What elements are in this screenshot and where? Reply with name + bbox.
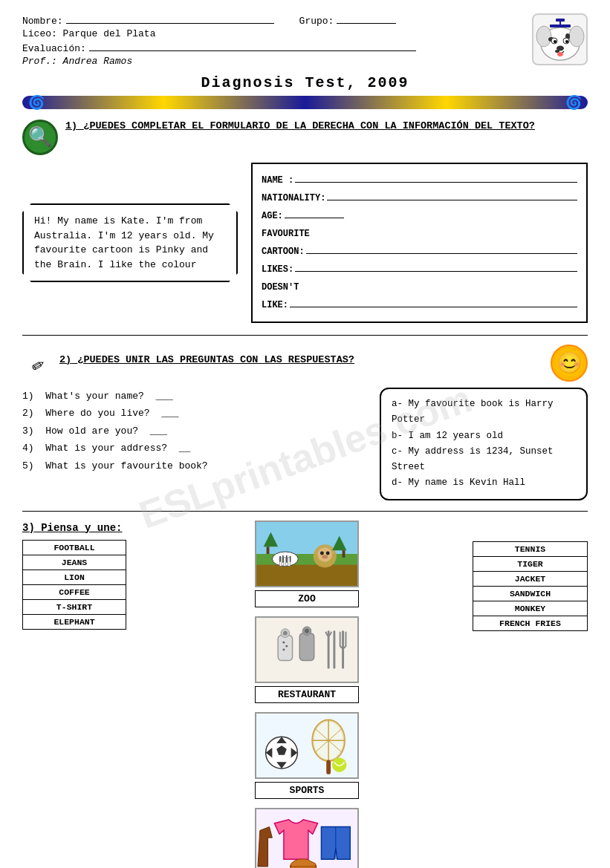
- cartoon-field[interactable]: [306, 244, 577, 254]
- svg-rect-21: [284, 557, 286, 566]
- svg-point-1: [536, 26, 551, 47]
- zoo-label: ZOO: [255, 590, 359, 607]
- like-field[interactable]: [290, 297, 577, 307]
- name-field[interactable]: [295, 172, 577, 183]
- pen-icon: ✏️: [22, 350, 52, 377]
- left-word-cell: ELEPHANT: [23, 614, 126, 629]
- right-word-cell: SANDWICH: [473, 586, 588, 601]
- grupo-field[interactable]: [337, 13, 396, 24]
- answer-b: b- I am 12 years old: [392, 428, 576, 444]
- divider2: [22, 511, 588, 512]
- clothes-image: [255, 808, 359, 869]
- category-clothes: CLOTHES: [255, 808, 359, 869]
- question-5: 5) What is your favourite book?: [22, 457, 365, 474]
- nationality-field[interactable]: [327, 190, 577, 200]
- likes-field[interactable]: [295, 261, 577, 272]
- header-left: Nombre: Grupo: Liceo: Parque del Plata E…: [22, 13, 521, 68]
- decorative-bar: 🌀 🌀: [22, 96, 588, 109]
- age-field[interactable]: [285, 208, 344, 218]
- question-2: 2) Where do you live? ___: [22, 405, 365, 422]
- question-1: 1) What's your name? ___: [22, 388, 365, 405]
- spiral-right: 🌀: [565, 94, 582, 111]
- svg-rect-38: [278, 635, 292, 660]
- answer-c: c- My address is 1234, Sunset Street: [392, 444, 576, 476]
- left-word-cell: T-SHIRT: [23, 599, 126, 614]
- section2-title: 2) ¿Puedes unir las preguntas con las re…: [59, 354, 354, 365]
- spiral-left: 🌀: [28, 94, 45, 111]
- svg-rect-14: [556, 19, 565, 22]
- right-word-cell: MONKEY: [473, 601, 588, 616]
- reading-text: Hi! My name is Kate. I'm from Australia.…: [34, 215, 214, 270]
- svg-point-46: [305, 628, 309, 633]
- liceo-label: Liceo: Parque del Plata: [22, 28, 155, 39]
- svg-rect-12: [550, 25, 571, 27]
- left-word-cell: LION: [23, 570, 126, 584]
- evaluacion-label: Evaluación:: [22, 43, 86, 54]
- grupo-label: Grupo:: [299, 16, 334, 27]
- left-word-cell: JEANS: [23, 555, 126, 570]
- cartoon-label: CARTOON:: [262, 243, 305, 261]
- svg-point-32: [322, 555, 328, 558]
- svg-point-30: [320, 551, 324, 555]
- header-right: [521, 13, 588, 65]
- name-label: NAME :: [262, 172, 293, 189]
- svg-point-11: [557, 52, 563, 56]
- restaurant-label: RESTAURANT: [255, 686, 359, 703]
- svg-point-41: [282, 641, 285, 643]
- likes-label: LIKES:: [262, 261, 293, 278]
- form-box: NAME : NATIONALITY: AGE: FAVOURITE CARTO…: [251, 163, 588, 323]
- svg-point-2: [569, 26, 584, 47]
- nombre-field[interactable]: [66, 13, 274, 24]
- svg-point-64: [332, 757, 346, 771]
- header: Nombre: Grupo: Liceo: Parque del Plata E…: [22, 13, 588, 68]
- svg-point-43: [282, 648, 285, 650]
- left-word-cell: COFFEE: [23, 584, 126, 599]
- svg-point-42: [285, 645, 288, 647]
- right-word-cell: FRENCH FRIES: [473, 616, 588, 630]
- questions-list: 1) What's your name? ___ 2) Where do you…: [22, 388, 365, 500]
- svg-rect-44: [299, 633, 314, 660]
- left-word-cell: FOOTBALL: [23, 540, 126, 555]
- nationality-label: NATIONALITY:: [262, 189, 325, 207]
- favourite-label: FAVOURITE: [262, 225, 310, 243]
- right-word-table: TENNISTIGERJACKETSANDWICHMONKEYFRENCH FR…: [473, 541, 588, 631]
- smiley-icon: 😊: [551, 345, 588, 382]
- left-word-table: FOOTBALLJEANSLIONCOFFEET-SHIRTELEPHANT: [22, 540, 126, 630]
- svg-point-8: [554, 40, 557, 43]
- svg-point-10: [557, 45, 564, 50]
- restaurant-image: [255, 616, 359, 683]
- answer-a: a- My favourite book is Harry Potter: [392, 397, 576, 428]
- question-4: 4) What is your address? __: [22, 440, 365, 457]
- magnifier-icon: 🔍: [22, 120, 58, 155]
- dog-icon: [532, 13, 588, 65]
- question-3: 3) How old are you? ___: [22, 422, 365, 440]
- age-label: AGE:: [262, 207, 283, 225]
- section1-header: 🔍 1) ¿Puedes completar el formulario de …: [22, 120, 588, 155]
- svg-point-31: [326, 551, 330, 555]
- section1-title: 1) ¿Puedes completar el formulario de la…: [65, 120, 535, 134]
- section2-body: 1) What's your name? ___ 2) Where do you…: [22, 388, 588, 500]
- reading-text-box: Hi! My name is Kate. I'm from Australia.…: [22, 203, 238, 282]
- svg-point-29: [318, 547, 332, 561]
- doesnt-like-label: DOESN'T: [262, 278, 299, 296]
- svg-rect-17: [256, 561, 357, 586]
- right-word-cell: JACKET: [473, 571, 588, 586]
- svg-rect-36: [267, 546, 270, 554]
- prof-label: Prof.: Andrea Ramos: [22, 56, 132, 67]
- like-label: LIKE:: [262, 296, 288, 314]
- svg-rect-63: [326, 760, 331, 774]
- divider1: [22, 335, 588, 336]
- category-sports: SPORTS: [255, 712, 359, 799]
- answer-d: d- My name is Kevin Hall: [392, 475, 576, 491]
- svg-rect-34: [343, 550, 345, 558]
- section3-title: 3) Piensa y une:: [22, 522, 141, 534]
- sports-image: [255, 712, 359, 779]
- category-restaurant: RESTAURANT: [255, 616, 359, 703]
- evaluacion-field[interactable]: [89, 41, 416, 51]
- zoo-image: [255, 521, 359, 587]
- right-word-cell: TIGER: [473, 556, 588, 571]
- page-title: Diagnosis Test, 2009: [22, 74, 588, 91]
- section1-body: Hi! My name is Kate. I'm from Australia.…: [22, 163, 588, 323]
- answers-box: a- My favourite book is Harry Potter b- …: [380, 388, 588, 500]
- category-zoo: ZOO: [255, 521, 359, 607]
